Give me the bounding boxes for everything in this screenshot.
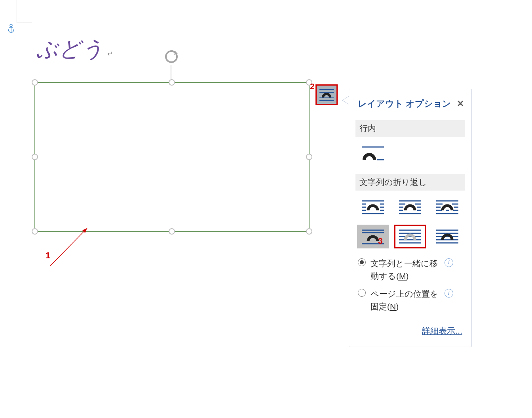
radio-move-label: 文字列と一緒に移動する(M): [370, 257, 440, 282]
annotation-label-3: 3: [378, 236, 383, 246]
layout-options-panel: レイアウト オプション ✕ 行内 文字列の折り返し: [349, 89, 471, 347]
radio-fix-position[interactable]: ページ上の位置を固定(N) i: [349, 284, 471, 315]
rotate-handle-icon[interactable]: [164, 50, 179, 65]
annotation-arrow-1: [46, 223, 93, 271]
resize-handle-bc[interactable]: [169, 228, 175, 235]
callout-pointer: [342, 96, 350, 105]
wrap-icon-behind[interactable]: [394, 225, 426, 248]
section-label-inline: 行内: [355, 120, 465, 137]
wrap-icon-front[interactable]: [431, 225, 463, 248]
radio-unselected-icon: [358, 289, 366, 297]
radio-selected-icon: [358, 258, 366, 266]
wrap-icon-tight[interactable]: [394, 195, 426, 219]
resize-handle-bl[interactable]: [32, 228, 38, 235]
anchor-icon: [7, 24, 15, 35]
section-label-wrap: 文字列の折り返し: [355, 174, 465, 191]
selected-shape[interactable]: [34, 82, 310, 232]
page-corner-marker: [17, 0, 32, 23]
info-icon[interactable]: i: [445, 289, 453, 298]
wrap-icon-topbottom[interactable]: [357, 225, 389, 248]
svg-point-0: [10, 24, 12, 27]
wrap-icon-square[interactable]: [357, 195, 389, 219]
resize-handle-br[interactable]: [306, 228, 312, 235]
radio-move-with-text[interactable]: 文字列と一緒に移動する(M) i: [349, 254, 471, 284]
wrap-icon-row-2: [349, 225, 471, 254]
annotation-label-2: 2: [310, 82, 315, 91]
resize-handle-tl[interactable]: [32, 79, 38, 86]
paragraph-mark: ↵: [107, 50, 114, 58]
close-icon[interactable]: ✕: [457, 99, 464, 109]
wrap-icon-inline[interactable]: [357, 141, 389, 165]
wrap-icon-through[interactable]: [431, 195, 463, 219]
layout-options-button[interactable]: [315, 84, 338, 105]
document-title: ぶどう↵: [36, 35, 114, 64]
resize-handle-ml[interactable]: [32, 154, 38, 160]
wrap-icon-row-1: [349, 195, 471, 225]
resize-handle-tc[interactable]: [169, 79, 175, 86]
info-icon[interactable]: i: [445, 258, 453, 267]
details-link[interactable]: 詳細表示...: [349, 315, 471, 340]
resize-handle-mr[interactable]: [306, 154, 312, 160]
panel-header: レイアウト オプション ✕: [349, 89, 471, 117]
radio-fix-label: ページ上の位置を固定(N): [370, 288, 440, 313]
svg-line-5: [50, 228, 87, 266]
title-text: ぶどう: [36, 37, 104, 61]
panel-title: レイアウト オプション: [358, 98, 451, 110]
inline-icon-row: [349, 141, 471, 171]
